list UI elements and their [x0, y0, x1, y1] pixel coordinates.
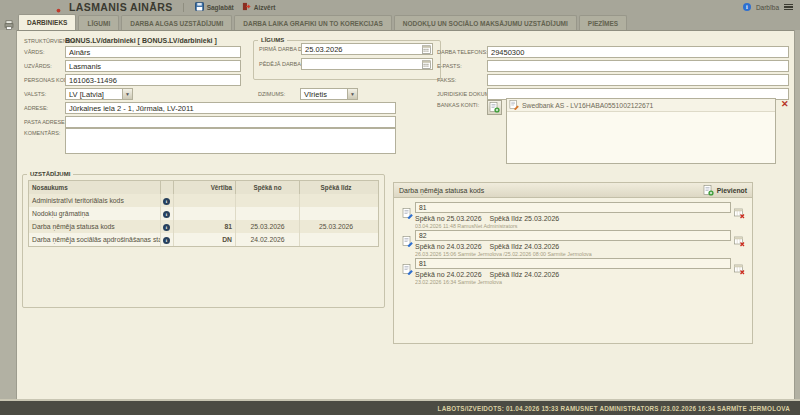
calendar-icon — [422, 60, 431, 69]
entry-audit-meta: 03.04.2026 11:48 RamusNet Administrators — [415, 223, 731, 229]
row-valid-from: 25.03.2026 — [236, 220, 300, 233]
valsts-select[interactable]: LV [Latvia] ▼ — [65, 88, 133, 100]
remove-bank-account-icon[interactable]: ✕ — [781, 99, 789, 109]
bank-account-text: Swedbank AS - LV16HABA0551002122671 — [522, 102, 653, 109]
bank-account-row[interactable]: Swedbank AS - LV16HABA0551002122671 — [507, 99, 775, 112]
valsts-selected-value: LV [Latvia] — [69, 90, 104, 99]
komentars-label: KOMENTĀRS: — [24, 128, 65, 136]
dzimums-selected-value: Vīrietis — [304, 90, 327, 99]
row-valid-to — [300, 207, 372, 220]
edit-icon — [402, 236, 413, 247]
ligums-fieldset: LĪGUMS PIRMĀ DARBA DIENA: 25.03.2026 PĒD… — [253, 37, 441, 80]
epasts-label: E-PASTS: — [437, 63, 487, 69]
table-row[interactable]: Darba ņēmēja sociālās apdrošināšanas sta… — [29, 233, 378, 246]
table-row[interactable]: Administratīvi teritoriālais kods i — [29, 194, 378, 207]
entry-valid-from: Spēkā no 24.03.2026 — [415, 243, 482, 250]
table-row-selected[interactable]: Darba ņēmēja statusa kods i 81 25.03.202… — [29, 220, 378, 233]
entry-delete-button[interactable] — [731, 258, 747, 285]
close-icon — [242, 2, 251, 12]
pievienot-button[interactable]: Pievienot — [703, 185, 747, 196]
add-icon — [489, 102, 500, 113]
entry-edit-button[interactable] — [399, 230, 415, 257]
help-icon[interactable]: i — [743, 3, 751, 11]
entry-valid-to: Spēkā līdz 25.03.2026 — [490, 215, 560, 222]
info-icon[interactable]: i — [163, 237, 170, 244]
tab-piezimes[interactable]: PIEZĪMES — [579, 15, 627, 30]
info-icon[interactable]: i — [163, 211, 170, 218]
entry-delete-button[interactable] — [731, 230, 747, 257]
row-valid-to — [300, 194, 372, 207]
info-icon[interactable]: i — [163, 224, 170, 231]
statusbar: LABOTS/IZVEIDOTS: 01.04.2026 15:33 RAMUS… — [0, 399, 800, 415]
vards-field[interactable] — [65, 46, 241, 58]
status-entry: 82 Spēkā no 24.03.2026 Spēkā līdz 24.03.… — [399, 230, 747, 257]
entry-valid-from: Spēkā no 24.02.2026 — [415, 271, 482, 278]
tab-darba-laika-grafiki[interactable]: DARBA LAIKA GRAFIKI UN TO KOREKCIJAS — [234, 15, 392, 30]
entry-edit-button[interactable] — [399, 258, 415, 285]
calendar-icon — [422, 45, 431, 54]
action-menu-label[interactable]: Darbība — [756, 4, 779, 11]
entry-audit-meta: 26.03.2026 15:06 Sarmite Jermolova /25.0… — [415, 251, 731, 257]
entry-edit-button[interactable] — [399, 202, 415, 229]
row-name: Darba ņēmēja sociālās apdrošināšanas sta… — [29, 233, 161, 246]
col-nosaukums[interactable]: Nosaukums — [29, 181, 161, 194]
pedeja-darba-diena-field[interactable] — [301, 58, 433, 70]
chevron-down-icon: ▼ — [347, 89, 357, 99]
tab-ligumi[interactable]: LĪGUMI — [78, 15, 119, 30]
row-valid-from — [236, 207, 300, 220]
entry-delete-button[interactable] — [731, 202, 747, 229]
uzstadijumi-legend: UZSTĀDĪJUMI — [27, 171, 73, 177]
status-entries: 81 Spēkā no 25.03.2026 Spēkā līdz 25.03.… — [394, 198, 752, 290]
darba-telefons-field[interactable] — [487, 46, 789, 58]
personas-kods-field[interactable] — [65, 74, 241, 86]
row-name: Nodokļu grāmatiņa — [29, 207, 161, 220]
epasts-field[interactable] — [487, 60, 789, 72]
edit-icon — [509, 100, 519, 110]
tab-darba-algas-uzstadijumi[interactable]: DARBA ALGAS UZSTĀDĪJUMI — [121, 15, 232, 30]
pasta-adrese-field[interactable] — [65, 116, 396, 128]
uzvards-field[interactable] — [65, 60, 241, 72]
status-entry: 81 Spēkā no 25.03.2026 Spēkā līdz 25.03.… — [399, 202, 747, 229]
col-speka-no[interactable]: Spēkā no — [236, 181, 300, 194]
dzimums-select[interactable]: Vīrietis ▼ — [300, 88, 358, 100]
table-row[interactable]: Nodokļu grāmatiņa i — [29, 207, 378, 220]
tab-nodoklu-uzstadijumi[interactable]: NODOKĻU UN SOCIĀLO MAKSĀJUMU UZSTĀDĪJUMI — [394, 15, 577, 30]
juridiskie-dokumenti-label: JURIDISKIE DOKUMENTI: — [437, 91, 487, 97]
status-code-panel: Darba ņēmēja statusa kods Pievienot 81 S… — [393, 182, 753, 344]
save-button-label: Saglabāt — [207, 4, 234, 11]
employee-card-window: LASMANIS AINĀRS Saglabāt Aizvērt i Darbī… — [0, 0, 800, 415]
valsts-label: VALSTS: — [24, 91, 65, 97]
save-button[interactable]: Saglabāt — [191, 1, 238, 13]
col-speka-lidz[interactable]: Spēkā līdz — [300, 181, 372, 194]
tab-darbinieks[interactable]: DARBINIEKS — [18, 14, 76, 30]
page-title: LASMANIS AINĀRS — [69, 1, 173, 13]
row-valid-from — [236, 194, 300, 207]
pasta-adrese-label: PASTA ADRESE: — [24, 119, 65, 125]
fakss-field[interactable] — [487, 74, 789, 86]
bankas-konti-label: BANKAS KONTI: — [437, 102, 487, 108]
pirma-darba-diena-field[interactable]: 25.03.2026 — [301, 43, 433, 55]
delete-icon — [734, 264, 745, 275]
toolbar-separator — [183, 3, 184, 12]
row-name: Administratīvi teritoriālais kods — [29, 194, 161, 207]
print-icon[interactable] — [4, 16, 14, 34]
bank-accounts-list: Swedbank AS - LV16HABA0551002122671 — [506, 98, 776, 164]
add-bank-account-button[interactable] — [487, 100, 502, 115]
row-value — [174, 194, 236, 207]
edit-icon — [402, 264, 413, 275]
status-entry: 81 Spēkā no 24.02.2026 Spēkā līdz 24.02.… — [399, 258, 747, 285]
strukturvieniba-label: STRUKTŪRVIENĪBA: — [24, 38, 65, 44]
adrese-field[interactable] — [65, 102, 396, 114]
row-name: Darba ņēmēja statusa kods — [29, 220, 161, 233]
close-button[interactable]: Aizvērt — [238, 1, 280, 13]
menu-icon[interactable] — [784, 2, 793, 11]
col-vertiba[interactable]: Vērtība — [174, 181, 236, 194]
pedeja-darba-diena-label: PĒDĒJĀ DARBA DIENA: — [259, 61, 301, 67]
entry-valid-to: Spēkā līdz 24.02.2026 — [490, 271, 560, 278]
save-icon — [195, 2, 204, 12]
komentars-field[interactable] — [65, 128, 396, 154]
close-button-label: Aizvērt — [254, 4, 276, 11]
personas-kods-label: PERSONAS KODS: — [24, 77, 65, 83]
info-icon[interactable]: i — [163, 198, 170, 205]
entry-value: 81 — [415, 258, 731, 269]
